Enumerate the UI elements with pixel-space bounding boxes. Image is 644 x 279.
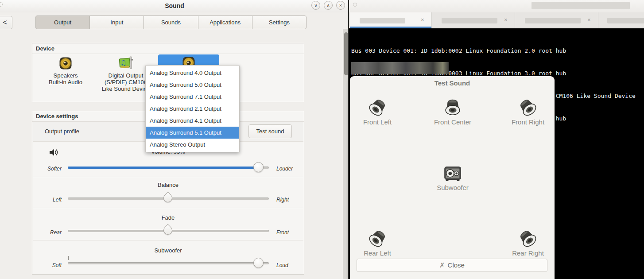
sound-card-icon [118, 55, 134, 71]
device-label: Digital Output (S/PDIF) CM106 Like Sound… [101, 72, 151, 92]
balance-min-label: Left [36, 197, 62, 203]
slider-tick-mark [68, 256, 69, 260]
tab-settings[interactable]: Settings [252, 16, 306, 29]
speaker-rear-left[interactable]: Rear Left [350, 229, 408, 257]
back-button[interactable]: < [0, 16, 12, 29]
output-profile-dropdown: Analog Surround 4.0 Output Analog Surrou… [145, 65, 240, 152]
speaker-front-right[interactable]: Front Right [497, 97, 555, 126]
tab-label-redacted [607, 18, 644, 23]
speaker-label: Front Center [422, 118, 484, 126]
terminal-tabbar: × × × [349, 12, 644, 28]
dropdown-item-selected[interactable]: Analog Surround 5.1 Output [146, 127, 239, 139]
terminal-title-redacted [531, 2, 630, 9]
speaker-front-center[interactable]: Front Center [422, 97, 484, 126]
subwoofer-slider-handle[interactable] [253, 258, 264, 268]
close-button-label: Close [448, 261, 465, 269]
window-controls: ∨ ∧ × [311, 1, 345, 10]
volume-min-label: Softer [36, 166, 62, 172]
subwoofer-slider[interactable] [68, 258, 269, 268]
dialog-title: Test Sound [350, 79, 555, 87]
dropdown-item[interactable]: Analog Surround 7.1 Output [146, 91, 239, 103]
sound-settings-window: Sound ∨ ∧ × < Output Input Sounds Applic… [0, 0, 349, 279]
terminal-titlebar [349, 0, 644, 12]
volume-slider-handle[interactable] [253, 162, 264, 172]
maximize-icon[interactable]: ∧ [324, 1, 333, 10]
speaker-icon [58, 56, 73, 71]
balance-slider-handle[interactable] [162, 192, 174, 204]
subwoofer-min-label: Soft [36, 262, 62, 268]
slider-fill [68, 167, 259, 169]
volume-slider[interactable] [68, 162, 269, 173]
tab-label-redacted [442, 18, 497, 23]
tab-label-redacted [360, 18, 405, 23]
speaker-subwoofer[interactable]: Subwoofer [422, 163, 484, 191]
volume-max-label: Louder [276, 166, 293, 172]
dropdown-item[interactable]: Analog Surround 5.0 Output [146, 79, 239, 91]
fade-min-label: Rear [36, 229, 62, 236]
fade-slider[interactable] [68, 225, 269, 236]
fade-slider-handle[interactable] [162, 224, 174, 236]
dropdown-item[interactable]: Analog Surround 2.1 Output [146, 103, 239, 115]
balance-label: Balance [32, 182, 304, 188]
device-speakers-builtin[interactable]: Speakers Built-in Audio [38, 56, 93, 85]
tab-close-icon[interactable]: × [504, 16, 508, 23]
subwoofer-max-label: Loud [276, 262, 288, 268]
fade-label: Fade [32, 214, 304, 221]
window-corner-dot-icon [353, 3, 357, 7]
speaker-label: Subwoofer [422, 184, 484, 191]
speaker-rear-right[interactable]: Rear Right [497, 229, 555, 257]
speaker-cone-icon [363, 93, 392, 122]
output-profile-label: Output profile [45, 128, 79, 135]
dropdown-item[interactable]: Analog Surround 4.1 Output [146, 115, 239, 127]
balance-slider[interactable] [68, 193, 269, 204]
close-icon[interactable]: × [336, 1, 345, 10]
speaker-front-left[interactable]: Front Left [350, 97, 408, 126]
tab-sounds[interactable]: Sounds [144, 16, 198, 29]
device-label: Speakers Built-in Audio [38, 72, 93, 85]
terminal-tab-1[interactable]: × [350, 12, 432, 28]
tab-applications[interactable]: Applications [198, 16, 252, 29]
device-section-title: Device [32, 43, 304, 54]
sound-tabbar: Output Input Sounds Applications Setting… [35, 16, 306, 29]
row-separator [33, 177, 303, 177]
dropdown-item[interactable]: Analog Surround 4.0 Output [146, 67, 239, 79]
tab-output[interactable]: Output [35, 16, 90, 29]
tab-label-redacted [525, 18, 581, 23]
minimize-icon[interactable]: ∨ [311, 1, 320, 10]
desktop: Sound ∨ ∧ × < Output Input Sounds Applic… [0, 0, 644, 279]
test-sound-button[interactable]: Test sound [248, 124, 292, 138]
row-separator [33, 208, 303, 208]
subwoofer-icon [442, 163, 463, 183]
terminal-tab-2[interactable]: × [432, 12, 515, 28]
terminal-tab-3[interactable]: × [515, 12, 598, 28]
dropdown-item[interactable]: Analog Stereo Output [146, 139, 239, 151]
slider-track [68, 262, 269, 264]
terminal-tab-4[interactable] [598, 12, 644, 28]
terminal-prompt-redacted [351, 62, 449, 74]
dialog-close-button[interactable]: ✗Close [357, 259, 547, 272]
balance-max-label: Right [276, 197, 289, 203]
speaker-cone-icon [514, 225, 543, 253]
fade-max-label: Front [276, 229, 289, 236]
row-separator [33, 240, 303, 240]
speaker-cone-icon [514, 93, 543, 122]
close-x-icon: ✗ [439, 261, 445, 269]
window-title: Sound [0, 2, 349, 9]
tab-close-icon[interactable]: × [587, 16, 591, 23]
scrollbar-thumb[interactable] [344, 32, 348, 75]
terminal-line: Bus 003 Device 001: ID 1d6b:0002 Linux F… [351, 47, 644, 54]
tab-close-icon[interactable]: × [421, 16, 424, 23]
subwoofer-label: Subwoofer [32, 247, 304, 254]
sound-headerbar: Sound ∨ ∧ × [0, 0, 349, 12]
tab-input[interactable]: Input [89, 16, 144, 29]
speaker-cone-icon [442, 97, 463, 118]
speaker-cone-icon [363, 225, 392, 253]
test-sound-dialog: Test Sound Front Left Front Center Front… [350, 76, 555, 279]
